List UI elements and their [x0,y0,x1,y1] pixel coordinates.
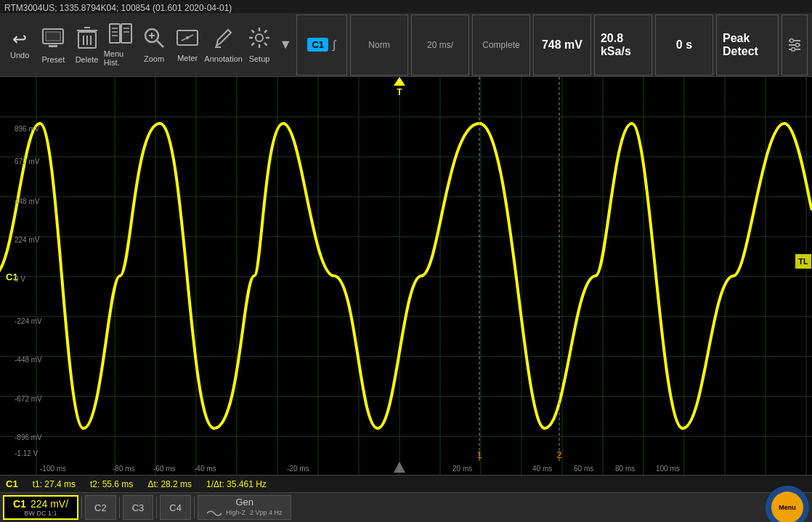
svg-text:-448 mV: -448 mV [15,356,42,364]
title-text: RTM3004US; 1335.8794K04; 100854 (01.601 … [4,3,232,13]
toolbar: ↩ Undo Preset Delete [0,13,812,77]
svg-text:2: 2 [557,450,562,460]
setup-icon [248,27,270,52]
svg-line-32 [252,43,255,46]
delta-value: Δt: 28.2 ms [147,479,192,489]
detect-section[interactable]: Peak Detect [716,15,779,76]
mode-section[interactable]: Norm [350,15,408,76]
svg-text:-80 ms: -80 ms [113,465,135,473]
svg-line-17 [157,41,163,47]
wave-symbol: ∫ [333,38,336,52]
time-offset-section[interactable]: 0 s [655,15,713,76]
channel-info[interactable]: C1 ∫ [296,15,347,76]
svg-marker-83 [394,462,405,473]
gen-label: Gen [235,497,253,507]
gen-button[interactable]: Gen High-Z 2 Vpp 4 Hz [198,495,292,520]
menu-hist-label: Menu Hist. [104,49,137,67]
ch4-label: C4 [169,502,182,513]
scope-display: T 1 2 C1 TL 896 mV 672 mV 448 mV 224 mV … [0,77,812,475]
menu-hist-icon [109,23,132,46]
menu-btn-inner: Menu [771,492,803,522]
ch1-button[interactable]: C1 224 mV/ BW DC 1:1 [3,495,78,520]
ch2-button[interactable]: C2 [85,495,116,520]
acq-mode-section[interactable]: Complete [472,15,530,76]
svg-rect-1 [46,32,60,41]
ch2-label: C2 [94,502,107,513]
mode-label: Norm [368,40,389,50]
svg-rect-10 [121,24,131,43]
sample-rate-value: 20.8 kSa/s [601,32,646,58]
title-bar: RTM3004US; 1335.8794K04; 100854 (01.601 … [0,0,812,13]
svg-text:80 ms: 80 ms [615,465,635,473]
svg-line-29 [252,30,255,33]
time-div-label: 20 ms/ [427,40,453,50]
svg-text:1: 1 [477,450,482,460]
time-offset-value: 0 s [676,38,692,52]
svg-text:TL: TL [798,257,808,266]
ch-divider-4 [194,497,195,518]
menu-label: Menu [779,504,796,511]
meter-icon [176,28,199,51]
voltage-section[interactable]: 748 mV [533,15,591,76]
gen-waveform-icon [207,509,222,519]
svg-text:448 mV: 448 mV [15,197,40,205]
svg-rect-2 [49,45,57,47]
ch1-label: C1 [13,498,26,510]
preset-button[interactable]: Preset [36,16,70,74]
svg-point-24 [256,34,263,41]
setup-label: Setup [249,54,270,63]
ch4-button[interactable]: C4 [160,495,191,520]
undo-button[interactable]: ↩ Undo [3,16,36,74]
setup-button[interactable]: Setup [243,16,276,74]
annotation-button[interactable]: Annotation [204,16,243,74]
delete-label: Delete [76,55,99,64]
ch-divider-2 [119,497,120,518]
svg-text:-896 mV: -896 mV [15,433,42,441]
channel-indicator: C1 [6,478,18,489]
svg-text:60 ms: 60 ms [574,465,593,473]
svg-text:-224 mV: -224 mV [15,317,42,325]
settings-icon-section[interactable] [781,15,808,76]
channel-bar: C1 224 mV/ BW DC 1:1 C2 C3 C4 Gen High-Z… [0,492,812,522]
svg-text:T: T [397,87,402,97]
svg-text:-1.12 V: -1.12 V [15,449,38,457]
zoom-button[interactable]: Zoom [137,16,171,74]
time-div-section[interactable]: 20 ms/ [411,15,469,76]
sample-rate-section[interactable]: 20.8 kSa/s [594,15,652,76]
meter-button[interactable]: Meter [171,16,204,74]
ch1-value: 224 mV/ [31,498,68,510]
undo-label: Undo [10,51,29,60]
annotation-icon [214,27,234,52]
menu-hist-button[interactable]: Menu Hist. [104,16,137,74]
channel-badge: C1 [307,38,328,52]
svg-text:-40 ms: -40 ms [194,465,216,473]
detect-value: Peak Detect [723,32,772,58]
ch1-sub: BW DC 1:1 [25,510,57,517]
delete-icon [77,26,97,52]
svg-point-37 [795,43,799,46]
svg-line-30 [264,43,267,46]
meter-label: Meter [177,54,198,62]
svg-point-38 [791,47,795,51]
svg-rect-9 [110,24,120,43]
svg-line-31 [264,30,267,33]
settings-icon [786,36,803,54]
svg-point-36 [789,38,793,42]
svg-text:-60 ms: -60 ms [153,465,176,473]
svg-text:-20 ms: -20 ms [287,465,309,473]
svg-marker-79 [394,77,405,86]
svg-text:672 mV: 672 mV [15,158,40,166]
freq-value: 1/Δt: 35.461 Hz [206,479,267,489]
t2-value: t2: 55.6 ms [90,479,133,489]
ch3-button[interactable]: C3 [123,495,154,520]
gen-sub1: High-Z [226,509,245,519]
svg-text:896 mV: 896 mV [15,125,40,133]
ch-divider-1 [81,497,82,518]
preset-icon [41,26,65,52]
status-bar: C1 t1: 27.4 ms t2: 55.6 ms Δt: 28.2 ms 1… [0,475,812,492]
delete-button[interactable]: Delete [70,16,103,74]
dropdown-arrow[interactable]: ▼ [276,37,295,52]
ch3-label: C3 [132,502,145,513]
svg-point-22 [186,36,189,39]
annotation-label: Annotation [204,54,243,63]
